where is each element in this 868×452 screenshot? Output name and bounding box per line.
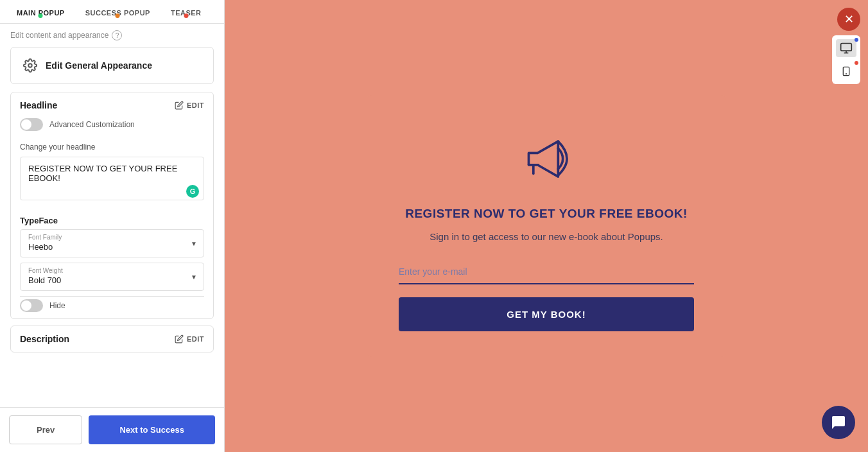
font-family-label: Font Family [28, 234, 196, 241]
tab-main-dot [39, 13, 43, 18]
advanced-customization-toggle[interactable] [20, 118, 43, 131]
right-preview: ✕ [225, 0, 868, 452]
tab-success-popup[interactable]: SUCCESS POPUP [75, 0, 161, 23]
change-headline-label: Change your headline [20, 143, 204, 152]
description-edit-button[interactable]: EDIT [175, 335, 204, 343]
device-toggle-panel [832, 35, 860, 84]
headline-edit-button[interactable]: EDIT [175, 101, 204, 110]
email-input[interactable] [399, 260, 694, 284]
desktop-active-dot [855, 38, 858, 42]
help-icon[interactable]: ? [112, 30, 122, 40]
headline-title: Headline [20, 100, 57, 110]
headline-section: Headline EDIT Advanced Customization Cha… [10, 92, 214, 319]
gear-icon [21, 56, 39, 74]
svg-point-0 [28, 64, 32, 67]
advanced-customization-label: Advanced Customization [49, 120, 135, 129]
hide-label: Hide [49, 301, 65, 310]
megaphone-icon [511, 121, 582, 194]
font-weight-wrapper: Font Weight Bold 700 ▼ [20, 263, 204, 291]
svg-point-6 [514, 128, 579, 184]
font-weight-label: Font Weight [28, 267, 196, 274]
description-title: Description [20, 334, 69, 344]
svg-rect-1 [841, 44, 852, 51]
grammarly-icon: G [186, 185, 199, 198]
cta-button[interactable]: GET MY BOOK! [399, 297, 694, 331]
font-family-wrapper: Font Family Heebo ▼ [20, 229, 204, 257]
headline-textarea-wrapper: REGISTER NOW TO GET YOUR FREE EBOOK! G [20, 157, 204, 203]
popup-description: Sign in to get access to our new e-book … [430, 230, 663, 245]
font-family-select[interactable]: Font Family Heebo ▼ [20, 229, 204, 257]
font-weight-select[interactable]: Font Weight Bold 700 ▼ [20, 263, 204, 291]
hide-row: Hide [11, 299, 213, 318]
left-panel: MAIN POPUP SUCCESS POPUP TEASER Edit con… [0, 0, 225, 452]
tabs-bar: MAIN POPUP SUCCESS POPUP TEASER [0, 0, 224, 24]
edit-content-label: Edit content and appearance ? [10, 30, 214, 40]
typeface-label: TypeFace [11, 211, 213, 229]
tab-teaser[interactable]: TEASER [161, 0, 212, 23]
popup-preview: REGISTER NOW TO GET YOUR FREE EBOOK! Sig… [367, 95, 726, 357]
font-weight-chevron: ▼ [191, 274, 197, 281]
tab-teaser-dot [184, 13, 188, 18]
headline-text-section: Change your headline REGISTER NOW TO GET… [11, 137, 213, 211]
popup-title: REGISTER NOW TO GET YOUR FREE EBOOK! [405, 207, 688, 221]
description-header: Description EDIT [11, 326, 213, 352]
headline-textarea[interactable]: REGISTER NOW TO GET YOUR FREE EBOOK! [20, 157, 204, 200]
desktop-view-button[interactable] [836, 39, 856, 57]
bottom-bar: Prev Next to Success [0, 407, 224, 452]
advanced-customization-row: Advanced Customization [11, 118, 213, 137]
tab-success-dot [116, 13, 120, 18]
hide-toggle[interactable] [20, 299, 43, 312]
tab-main-popup[interactable]: MAIN POPUP [6, 0, 75, 23]
next-to-success-button[interactable]: Next to Success [89, 415, 215, 444]
prev-button[interactable]: Prev [9, 415, 82, 444]
close-button[interactable]: ✕ [837, 8, 860, 31]
chat-bubble[interactable] [822, 406, 855, 439]
mobile-view-button[interactable] [836, 62, 856, 80]
mobile-dot [855, 61, 858, 65]
general-appearance-button[interactable]: Edit General Appearance [10, 47, 214, 84]
font-weight-value: Bold 700 [28, 275, 196, 285]
font-family-chevron: ▼ [191, 240, 197, 247]
font-family-value: Heebo [28, 242, 196, 252]
description-section: Description EDIT [10, 326, 214, 352]
general-appearance-label: Edit General Appearance [46, 60, 152, 71]
section-divider [20, 296, 204, 297]
panel-content: Edit content and appearance ? Edit Gener… [0, 24, 224, 407]
headline-header: Headline EDIT [11, 92, 213, 118]
